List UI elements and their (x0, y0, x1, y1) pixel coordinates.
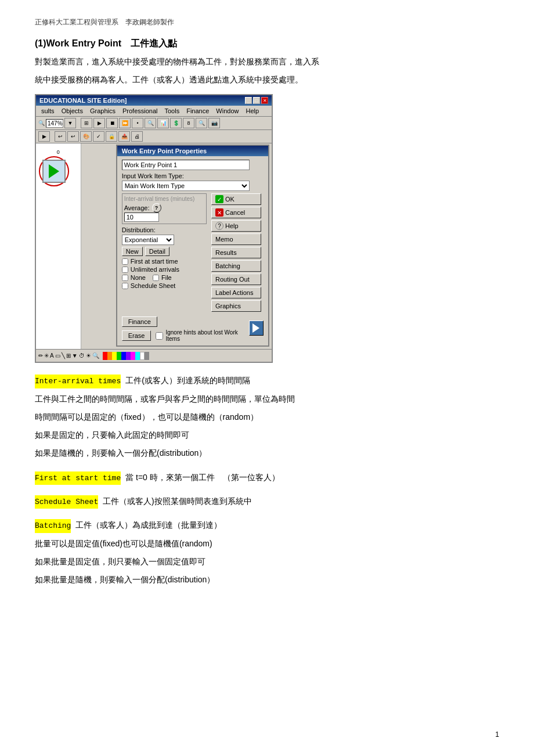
btoolbar-arrow-down[interactable]: ▼ (72, 352, 78, 359)
dialog-titlebar: Work Entry Point Properties (117, 146, 268, 156)
btoolbar-search-icon[interactable]: 🔍 (92, 352, 99, 359)
first-at-start-row: First at start time (122, 258, 207, 265)
btoolbar-pencil-icon[interactable]: ✏ (38, 352, 43, 359)
new-detail-row: New Detail (122, 247, 207, 256)
explain-inter-arrival-line3: 時間間隔可以是固定的（fixed），也可以是隨機的（random） (35, 410, 499, 424)
toolbar-btn3[interactable]: ⏩ (119, 118, 131, 128)
toolbar-btn8[interactable]: 8 (183, 118, 194, 128)
dialog-name-input[interactable] (122, 160, 250, 170)
graphics-button[interactable]: Graphics (211, 300, 261, 312)
new-btn[interactable]: New (122, 247, 143, 256)
titlebar: EDUCATIONAL SITE Edition] _ □ ✕ (36, 95, 272, 106)
zoom-dropdown[interactable]: ▼ (64, 118, 76, 128)
toolbar2-check[interactable]: ✓ (93, 131, 104, 142)
routing-out-button[interactable]: Routing Out (211, 273, 261, 285)
graphics-label: Graphics (215, 303, 241, 309)
color-blue (121, 352, 126, 360)
btoolbar-a-icon[interactable]: A (50, 352, 54, 359)
none-checkbox[interactable] (122, 275, 128, 281)
unlimited-arrivals-checkbox[interactable] (122, 267, 128, 273)
work-entry-point-dialog: Work Entry Point Properties Input Work I… (116, 145, 269, 347)
explain-batching: Batching 工件（或客人）為成批到達（批量到達） 批量可以是固定值(fix… (35, 518, 499, 587)
toolbar-grid-btn[interactable]: ⊞ (81, 118, 92, 128)
finance-button[interactable]: Finance (122, 316, 157, 327)
menu-help[interactable]: Help (243, 107, 262, 115)
help-circle-btn[interactable]: ? (152, 203, 161, 213)
toolbar-cam[interactable]: 📷 (208, 118, 220, 128)
results-button[interactable]: Results (211, 247, 261, 258)
unlimited-arrivals-label: Unlimited arrivals (131, 266, 179, 273)
toolbar2-export[interactable]: 📤 (118, 131, 130, 142)
btoolbar-sun-icon[interactable]: ☀ (86, 352, 91, 359)
label-actions-button[interactable]: Label Actions (211, 287, 261, 298)
menu-results[interactable]: sults (38, 107, 57, 115)
dialog-left-section: Inter-arrival times (minutes) Average: ?… (122, 193, 207, 312)
toolbar-btn4[interactable]: • (132, 118, 143, 128)
toolbar2-redo[interactable]: ↩ (67, 131, 79, 142)
color-cyan (135, 352, 140, 360)
schedule-sheet-checkbox[interactable] (122, 283, 128, 289)
toolbar-search[interactable]: 🔍 (196, 118, 207, 128)
dialog-work-item-label: Input Work Item Type: (122, 172, 264, 179)
ignore-hints-checkbox[interactable] (156, 332, 163, 340)
detail-btn[interactable]: Detail (145, 247, 169, 256)
section1-para2: 統中接受服務的稱為客人。工件（或客人）透過此點進入系統中接受處理。 (35, 73, 499, 87)
btoolbar-clock-icon[interactable]: ⏱ (79, 352, 85, 359)
explain-schedule-sheet-text: 工件（或客人)按照某個時間表進到系統中 (103, 496, 252, 506)
close-btn[interactable]: ✕ (261, 97, 268, 104)
dialog-work-item-select[interactable]: Main Work Item Type (122, 181, 250, 191)
memo-button[interactable]: Memo (211, 233, 261, 245)
bottom-left: Finance Erase Ignore hints about lost Wo… (122, 314, 249, 342)
btoolbar-rect-icon[interactable]: ▭ (55, 352, 60, 359)
ok-button[interactable]: ✓ OK (211, 193, 261, 205)
menu-graphics[interactable]: Graphics (87, 107, 118, 115)
toolbar-btn7[interactable]: 💲 (170, 118, 182, 128)
btoolbar-grid-icon[interactable]: ⊞ (66, 352, 71, 359)
toolbar2-lock[interactable]: 🔒 (106, 131, 117, 142)
explain-inter-arrival-line2: 工件與工件之間的時間間隔，或客戶與客戶之間的時間間隔，單位為時間 (35, 392, 499, 406)
toolbar-stop-btn[interactable]: ⏹ (106, 118, 118, 128)
section1-para1: 對製造業而言，進入系統中接受處理的物件稱為工件，對於服務業而言，進入系 (35, 55, 499, 69)
arrow-forward-button[interactable] (249, 321, 264, 336)
cancel-button[interactable]: ✕ Cancel (211, 207, 261, 218)
toolbar2-back[interactable]: ▶ (38, 131, 50, 142)
toolbar2-color[interactable]: 🎨 (80, 131, 92, 142)
toolbar-btn6[interactable]: 📊 (157, 118, 169, 128)
menu-objects[interactable]: Objects (59, 107, 86, 115)
toolbar-btn5[interactable]: 🔍 (145, 118, 156, 128)
menu-tools[interactable]: Tools (162, 107, 183, 115)
section1-block: (1)Work Entry Point 工件進入點 對製造業而言，進入系統中接受… (35, 38, 499, 87)
zoom-input[interactable]: 147% (46, 119, 63, 128)
maximize-btn[interactable]: □ (253, 97, 260, 104)
menu-finance[interactable]: Finance (183, 107, 212, 115)
minimize-btn[interactable]: _ (245, 97, 252, 104)
inter-arrival-row: Average: ? (124, 203, 204, 213)
distribution-select[interactable]: Exponential (122, 235, 174, 245)
erase-button[interactable]: Erase (122, 330, 151, 341)
toolbar2-undo[interactable]: ↩ (55, 131, 66, 142)
toolbar2-print[interactable]: 🖨 (131, 131, 143, 142)
routing-out-label: Routing Out (215, 276, 250, 283)
dialog-main-section: Inter-arrival times (minutes) Average: ?… (122, 193, 264, 312)
batching-button[interactable]: Batching (211, 260, 261, 272)
color-gray (145, 352, 149, 360)
help-button[interactable]: ? Help (211, 220, 261, 232)
explain-batching-line: Batching 工件（或客人）為成批到達（批量到達） (35, 518, 499, 532)
titlebar-title: EDUCATIONAL SITE Edition] (39, 97, 127, 104)
btoolbar-line-icon[interactable]: ╲ (62, 352, 65, 359)
toolbar-play-btn[interactable]: ▶ (93, 118, 105, 128)
term-inter-arrival: Inter-arrival times (35, 375, 121, 388)
menu-window[interactable]: Window (213, 107, 241, 115)
first-at-start-checkbox[interactable] (122, 258, 128, 265)
explain-first-at-start-line: First at start time 當 t=0 時，來第一個工件 （第一位客… (35, 470, 499, 485)
toolbar2: ▶ ↩ ↩ 🎨 ✓ 🔒 📤 🖨 (36, 130, 272, 143)
file-checkbox[interactable] (153, 275, 159, 281)
screenshot-bottom-toolbar: ✏ ✳ A ▭ ╲ ⊞ ▼ ⏱ ☀ 🔍 (36, 349, 272, 362)
average-input[interactable] (124, 213, 159, 222)
color-red (103, 352, 107, 360)
explain-inter-arrival-line1: Inter-arrival times 工件(或客人）到達系統的時間間隔 (35, 373, 499, 388)
canvas-dialog-row: 0 Work Entry Point Properties Input Work… (36, 143, 272, 349)
btoolbar-cursor-icon[interactable]: ✳ (44, 352, 49, 359)
menu-professional[interactable]: Professional (120, 107, 161, 115)
screenshot-container: EDUCATIONAL SITE Edition] _ □ ✕ sults Ob… (35, 94, 273, 363)
